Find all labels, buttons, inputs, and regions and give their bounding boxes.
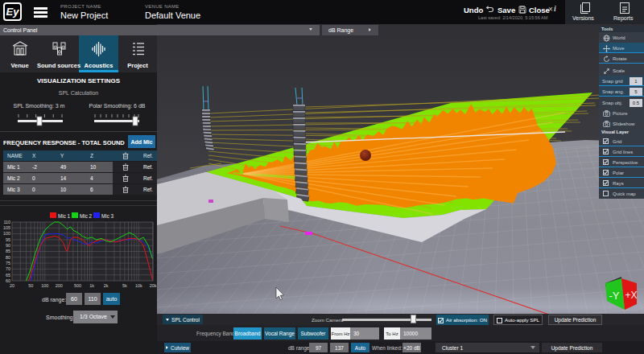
svg-text:Mic 1: Mic 1 — [58, 213, 71, 219]
svg-text:Mic 2: Mic 2 — [80, 213, 93, 219]
svg-text:10k: 10k — [135, 283, 142, 288]
svg-text:100: 100 — [3, 231, 10, 236]
svg-text:5k: 5k — [122, 283, 127, 288]
svg-text:20k: 20k — [150, 283, 157, 288]
svg-text:75: 75 — [6, 261, 10, 266]
svg-text:70: 70 — [6, 266, 10, 271]
svg-text:110: 110 — [3, 220, 10, 224]
svg-text:65: 65 — [6, 273, 10, 278]
svg-text:+X: +X — [625, 290, 637, 301]
svg-text:200: 200 — [56, 283, 63, 288]
svg-text:50: 50 — [28, 283, 33, 288]
svg-text:500: 500 — [74, 283, 81, 288]
svg-text:Mic 3: Mic 3 — [101, 213, 114, 219]
svg-text:85: 85 — [6, 249, 10, 253]
svg-text:60: 60 — [6, 278, 10, 283]
svg-text:2k: 2k — [104, 283, 109, 288]
svg-text:80: 80 — [6, 255, 10, 260]
svg-text:105: 105 — [3, 225, 10, 230]
svg-text:-Y: -Y — [609, 290, 620, 302]
svg-text:95: 95 — [6, 237, 10, 242]
svg-text:1k: 1k — [89, 283, 94, 288]
svg-text:90: 90 — [6, 243, 10, 248]
svg-text:20: 20 — [10, 283, 14, 288]
svg-text:100: 100 — [41, 283, 48, 288]
